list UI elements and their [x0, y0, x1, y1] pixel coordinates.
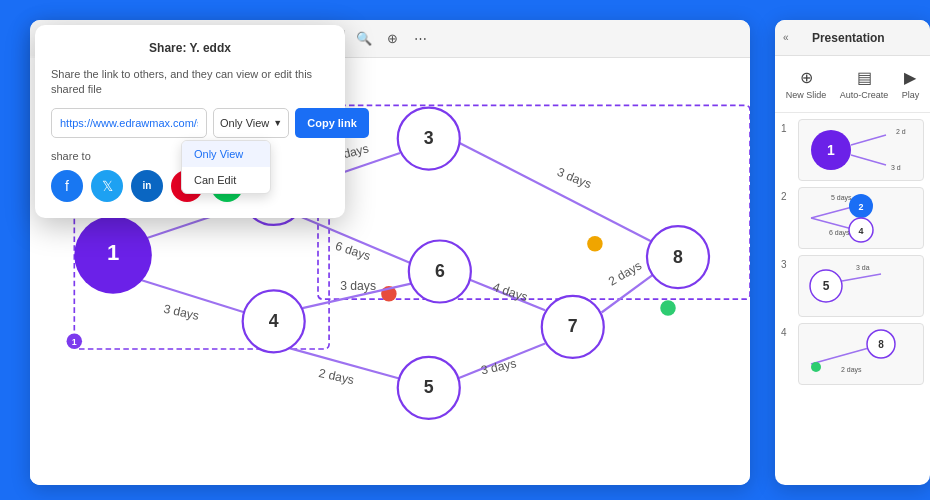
- svg-text:3 days: 3 days: [340, 279, 376, 293]
- svg-point-7: [587, 236, 603, 252]
- svg-text:3: 3: [424, 128, 434, 148]
- svg-text:3 days: 3 days: [162, 302, 200, 323]
- svg-text:6 days: 6 days: [829, 229, 850, 237]
- svg-text:6: 6: [435, 261, 445, 281]
- svg-text:2: 2: [858, 202, 863, 212]
- new-slide-button[interactable]: ⊕ New Slide: [780, 64, 833, 104]
- slide-item-2[interactable]: 2 2 4 5 days 6 days: [781, 187, 924, 249]
- svg-text:5 days: 5 days: [831, 194, 852, 202]
- svg-text:3 days: 3 days: [555, 165, 594, 191]
- svg-text:7: 7: [568, 316, 578, 336]
- svg-line-49: [851, 135, 886, 145]
- dropdown-arrow-icon: ▼: [273, 118, 282, 128]
- modal-description: Share the link to others, and they can v…: [51, 67, 329, 98]
- svg-line-65: [811, 346, 876, 364]
- more-tool-icon[interactable]: ⋯: [409, 28, 431, 50]
- search-tool-icon[interactable]: 🔍: [353, 28, 375, 50]
- facebook-share-button[interactable]: f: [51, 170, 83, 202]
- play-icon: ▶: [904, 68, 916, 87]
- svg-text:3 da: 3 da: [856, 264, 870, 271]
- svg-text:4 days: 4 days: [491, 280, 529, 304]
- slide-4-number: 4: [781, 327, 793, 338]
- svg-text:1: 1: [72, 337, 77, 347]
- presentation-panel: « Presentation ⊕ New Slide ▤ Auto-Create…: [775, 20, 930, 485]
- share-link-input[interactable]: [51, 108, 207, 138]
- slide-2-thumbnail: 2 4 5 days 6 days: [798, 187, 924, 249]
- new-slide-label: New Slide: [786, 90, 827, 100]
- svg-text:3 d: 3 d: [891, 164, 901, 171]
- svg-line-19: [458, 142, 656, 244]
- svg-text:5: 5: [823, 279, 830, 293]
- linkedin-share-button[interactable]: in: [131, 170, 163, 202]
- svg-line-50: [851, 155, 886, 165]
- auto-create-icon: ▤: [857, 68, 872, 87]
- svg-point-8: [660, 300, 676, 316]
- can-edit-option[interactable]: Can Edit: [182, 167, 270, 193]
- svg-text:2 days: 2 days: [606, 258, 644, 288]
- slide-3-number: 3: [781, 259, 793, 270]
- svg-text:2 d: 2 d: [896, 128, 906, 135]
- panel-actions: ⊕ New Slide ▤ Auto-Create ▶ Play: [775, 56, 930, 113]
- share-modal: Share: Y. eddx Share the link to others,…: [35, 25, 345, 218]
- panel-title: Presentation: [812, 31, 885, 45]
- only-view-option[interactable]: Only View: [182, 141, 270, 167]
- svg-text:6 days: 6 days: [334, 239, 372, 263]
- svg-text:4: 4: [269, 311, 279, 331]
- slide-list: 1 1 2 d 3 d 2: [775, 113, 930, 485]
- auto-create-button[interactable]: ▤ Auto-Create: [834, 64, 895, 104]
- slide-item-4[interactable]: 4 8 2 days: [781, 323, 924, 385]
- view-select-label: Only View: [220, 117, 269, 129]
- panel-expand-icon[interactable]: «: [783, 32, 789, 43]
- svg-text:8: 8: [673, 247, 683, 267]
- new-slide-icon: ⊕: [800, 68, 813, 87]
- play-button[interactable]: ▶ Play: [896, 64, 926, 104]
- slide-4-thumbnail: 8 2 days: [798, 323, 924, 385]
- svg-text:2 days: 2 days: [317, 366, 355, 387]
- svg-text:1: 1: [827, 142, 835, 158]
- svg-line-63: [842, 274, 881, 281]
- slide-3-thumbnail: 5 3 da: [798, 255, 924, 317]
- svg-text:5: 5: [424, 377, 434, 397]
- panel-header: « Presentation: [775, 20, 930, 56]
- svg-text:2 days: 2 days: [841, 366, 862, 374]
- link-row: Only View ▼ Copy link Only View Can Edit: [51, 108, 329, 138]
- svg-text:1: 1: [107, 240, 119, 265]
- view-dropdown-menu: Only View Can Edit: [181, 140, 271, 194]
- copy-link-button[interactable]: Copy link: [295, 108, 369, 138]
- slide-item-1[interactable]: 1 1 2 d 3 d: [781, 119, 924, 181]
- modal-title: Share: Y. eddx: [51, 41, 329, 55]
- view-select-dropdown[interactable]: Only View ▼: [213, 108, 289, 138]
- zoom-tool-icon[interactable]: ⊕: [381, 28, 403, 50]
- slide-item-3[interactable]: 3 5 3 da: [781, 255, 924, 317]
- play-label: Play: [902, 90, 920, 100]
- svg-text:8: 8: [878, 339, 884, 350]
- svg-text:4: 4: [858, 226, 863, 236]
- slide-1-number: 1: [781, 123, 793, 134]
- slide-2-number: 2: [781, 191, 793, 202]
- auto-create-label: Auto-Create: [840, 90, 889, 100]
- slide-1-thumbnail: 1 2 d 3 d: [798, 119, 924, 181]
- twitter-share-button[interactable]: 𝕏: [91, 170, 123, 202]
- svg-point-68: [811, 362, 821, 372]
- svg-text:3 days: 3 days: [480, 356, 518, 377]
